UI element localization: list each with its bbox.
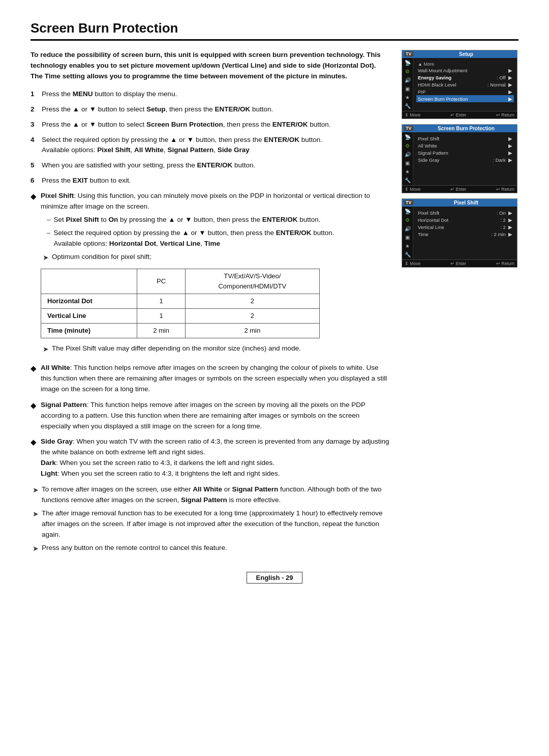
screen-row-ps-hdot: Horizontal Dot : 2 ▶: [416, 216, 514, 223]
table-cell-pc: 2 min: [137, 324, 185, 338]
bullet-content: Side Gray: When you watch TV with the sc…: [41, 437, 389, 479]
screen-main-col-2: Pixel Shift ▶ All White ▶ Signal Pattern…: [413, 132, 517, 185]
table-header-other: TV/Ext/AV/S-Video/Component/HDMI/DTV: [185, 269, 319, 294]
diamond-icon: ◆: [30, 436, 37, 479]
icon-settings-2: ⚙: [405, 143, 410, 149]
table-cell-other: 2: [185, 308, 319, 323]
arrow-bullet-2: ➤ The after image removal function has t…: [30, 508, 389, 540]
screen-main-col: ▲ More Wall-Mount Adjustment ▶ Energy Sa…: [413, 58, 517, 111]
screen-layout-2: 📡 ⚙ 🔊 ▣ ★ 🔧 Pixel Shift ▶ All White: [402, 132, 517, 185]
tv-label-3: TV: [404, 200, 413, 205]
step-6: 6 Press the EXIT button to exit.: [30, 176, 389, 186]
step-4: 4 Select the required option by pressing…: [30, 135, 389, 156]
footer-enter-3: ↵ Enter: [450, 261, 466, 266]
icon-sound: 🔊: [405, 77, 411, 83]
footer-return: ↩ Return: [496, 112, 514, 118]
icon-settings: ⚙: [405, 69, 410, 74]
footer-return-2: ↩ Return: [496, 187, 514, 192]
step-content: When you are satisfied with your setting…: [42, 160, 389, 171]
bullet-signal-pattern: ◆ Signal Pattern: This function helps re…: [30, 400, 389, 432]
screen-body: ▲ More Wall-Mount Adjustment ▶ Energy Sa…: [413, 58, 517, 105]
sidebar-screens: TV Setup 📡 ⚙ 🔊 ▣ ★ 🔧 ▲ More Wall-Mo: [402, 50, 518, 268]
arrow-bullet-1: ➤ To remove after images on the screen, …: [30, 484, 389, 506]
step-content: Press the MENU button to display the men…: [42, 89, 389, 100]
icon-antenna: 📡: [405, 60, 411, 66]
table-cell-label: Time (minute): [41, 324, 137, 338]
step-content: Press the ▲ or ▼ button to select Setup,…: [42, 104, 389, 115]
table-cell-other: 2: [185, 294, 319, 308]
screen-row-ps-vline: Vertical Line : 2 ▶: [416, 223, 514, 230]
diamond-icon: ◆: [30, 190, 37, 358]
bullet-content: Signal Pattern: This function helps remo…: [41, 400, 389, 432]
screen-icon-col: 📡 ⚙ 🔊 ▣ ★ 🔧: [402, 58, 413, 111]
sub-dash-1: – Set Pixel Shift to On by pressing the …: [41, 215, 389, 225]
screen-setup: TV Setup 📡 ⚙ 🔊 ▣ ★ 🔧 ▲ More Wall-Mo: [402, 50, 517, 119]
screen-body-3: Pixel Shift : On ▶ Horizontal Dot : 2 ▶ …: [413, 207, 517, 240]
table-cell-label: Horizontal Dot: [41, 294, 137, 308]
step-num: 5: [30, 160, 38, 171]
step-num: 6: [30, 176, 38, 186]
screen-body-2: Pixel Shift ▶ All White ▶ Signal Pattern…: [413, 132, 517, 166]
bullet-side-gray: ◆ Side Gray: When you watch TV with the …: [30, 437, 389, 479]
icon-input-2: ▣: [405, 160, 410, 166]
footer-enter-2: ↵ Enter: [450, 187, 466, 192]
sub-dash-2: – Select the required option by pressing…: [41, 228, 389, 249]
screen-footer-3: ⇕ Move ↵ Enter ↩ Return: [402, 259, 517, 267]
table-row: Horizontal Dot 1 2: [41, 294, 320, 308]
step-5: 5 When you are satisfied with your setti…: [30, 160, 389, 171]
table-header-pc: PC: [137, 269, 185, 294]
icon-input-3: ▣: [405, 235, 410, 240]
icon-sound-3: 🔊: [405, 226, 411, 231]
screen-burn-header: TV Screen Burn Protection: [402, 125, 517, 132]
footer-move-3: ⇕ Move: [405, 261, 420, 266]
table-cell-pc: 1: [137, 294, 185, 308]
step-num: 1: [30, 89, 38, 100]
icon-tools-2: 🔧: [405, 178, 411, 183]
page-title: Screen Burn Protection: [30, 20, 518, 41]
page-number-box: English - 29: [247, 572, 303, 584]
screen-pixel-shift: TV Pixel Shift 📡 ⚙ 🔊 ▣ ★ 🔧 Pixel Shift: [402, 198, 517, 268]
screen-setup-header: TV Setup: [402, 50, 517, 58]
screen-row-ps-time: Time : 2 min ▶: [416, 230, 514, 238]
icon-support-2: ★: [405, 169, 410, 175]
main-content: To reduce the possibility of screen burn…: [30, 50, 389, 557]
step-num: 4: [30, 135, 38, 156]
icon-tools-3: 🔧: [405, 252, 411, 257]
icon-settings-3: ⚙: [405, 217, 410, 223]
screen-row-signal: Signal Pattern ▶: [416, 149, 514, 156]
pixel-shift-table: PC TV/Ext/AV/S-Video/Component/HDMI/DTV …: [41, 269, 320, 339]
bullet-content: Pixel Shift: Using this function, you ca…: [41, 191, 389, 358]
optimum-arrow: ➤ Optimum condition for pixel shift;: [41, 252, 389, 264]
footer-return-3: ↩ Return: [496, 261, 514, 266]
screen-icon-col-2: 📡 ⚙ 🔊 ▣ ★ 🔧: [402, 132, 413, 185]
page-number-label: English - 29: [256, 574, 293, 581]
footer-enter: ↵ Enter: [450, 112, 466, 118]
screen-row-hdmi: HDMI Black Level : Normal ▶: [416, 81, 514, 88]
screen-row-allwhite: All White ▶: [416, 142, 514, 149]
step-num: 3: [30, 120, 38, 130]
bullet-content: All White: This function helps remove af…: [41, 363, 389, 395]
screen-row-pixelshift: Pixel Shift ▶: [416, 135, 514, 142]
screen-burn-protection: TV Screen Burn Protection 📡 ⚙ 🔊 ▣ ★ 🔧 Pi…: [402, 124, 517, 193]
screen-row-screenburn: Screen Burn Protection ▶: [416, 95, 514, 102]
step-1: 1 Press the MENU button to display the m…: [30, 89, 389, 100]
diamond-icon: ◆: [30, 362, 37, 395]
table-row: Time (minute) 2 min 2 min: [41, 324, 320, 338]
icon-tools: 🔧: [405, 103, 411, 109]
table-cell-other: 2 min: [185, 324, 319, 338]
icon-support: ★: [405, 95, 410, 100]
screen-footer-2: ⇕ Move ↵ Enter ↩ Return: [402, 185, 517, 193]
screen-row-sidegray: Side Gray : Dark ▶: [416, 156, 514, 163]
pixel-note-arrow: ➤ The Pixel Shift value may differ depen…: [41, 343, 389, 355]
screen-footer-1: ⇕ Move ↵ Enter ↩ Return: [402, 111, 517, 119]
steps-list: 1 Press the MENU button to display the m…: [30, 89, 389, 186]
icon-antenna-3: 📡: [405, 209, 411, 214]
tv-label: TV: [404, 51, 413, 56]
step-content: Press the ▲ or ▼ button to select Screen…: [42, 120, 389, 130]
bullet-pixel-shift: ◆ Pixel Shift: Using this function, you …: [30, 191, 389, 358]
icon-antenna-2: 📡: [405, 134, 411, 140]
icon-support-3: ★: [405, 243, 410, 249]
footer-move: ⇕ Move: [405, 112, 420, 118]
tv-label-2: TV: [404, 126, 413, 131]
screen-main-col-3: Pixel Shift : On ▶ Horizontal Dot : 2 ▶ …: [413, 207, 517, 259]
